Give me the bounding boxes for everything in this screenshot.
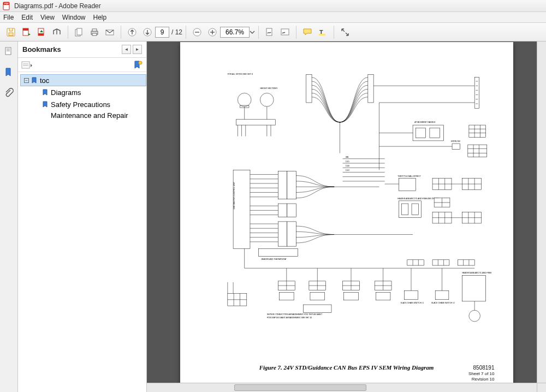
- svg-point-34: [260, 93, 274, 106]
- svg-text:SHOWN CONNECTORS ARRANGEMENT F: SHOWN CONNECTORS ARRANGEMENT FOR TRIPLEX…: [266, 313, 322, 316]
- menu-view[interactable]: View: [40, 14, 55, 21]
- svg-text:FOR SIMPLEX MAST ARRANGEMENT S: FOR SIMPLEX MAST ARRANGEMENT SEE SHT 10: [266, 317, 312, 319]
- email-icon[interactable]: [103, 25, 117, 39]
- svg-text:FOR ALL NOTES SEE SHT 8: FOR ALL NOTES SEE SHT 8: [227, 73, 252, 75]
- document-viewport[interactable]: FOR ALL NOTES SEE SHT 8 HEIGHT ENCODER: [147, 41, 546, 392]
- zoom-dropdown-icon[interactable]: [250, 27, 255, 37]
- svg-text:13-8: 13-8: [345, 165, 349, 167]
- svg-rect-185: [458, 260, 474, 265]
- svg-rect-8: [38, 33, 44, 35]
- pdf-page: FOR ALL NOTES SEE SHT 8 HEIGHT ENCODER: [180, 42, 513, 391]
- convert-icon[interactable]: [19, 25, 33, 39]
- svg-text:HEATER ASM ARCTIC AND FREEZER : HEATER ASM ARCTIC AND FREEZER OPTION: [462, 272, 491, 275]
- svg-text:13-9: 13-9: [345, 169, 349, 171]
- bookmark-safety[interactable]: Safety Precautions: [20, 98, 146, 110]
- svg-text:HEATER AND THERMOSTAT: HEATER AND THERMOSTAT: [261, 258, 287, 260]
- svg-rect-23: [281, 29, 289, 35]
- svg-text:PDF: PDF: [4, 2, 9, 5]
- toolbar: / 12 T: [0, 23, 546, 41]
- svg-rect-158: [303, 305, 331, 312]
- scroll-corner: [537, 383, 546, 392]
- bookmarks-tab-icon[interactable]: [2, 66, 15, 79]
- svg-point-32: [238, 93, 251, 106]
- highlight-icon[interactable]: T: [316, 25, 330, 39]
- svg-rect-167: [376, 292, 390, 300]
- svg-text:THROTTLE HALL EFFECT: THROTTLE HALL EFFECT: [397, 175, 421, 177]
- bookmark-toc[interactable]: − toc: [20, 74, 146, 86]
- svg-text:HORN SW: HORN SW: [450, 140, 460, 142]
- svg-rect-91: [287, 171, 295, 199]
- svg-rect-175: [462, 276, 485, 301]
- svg-rect-179: [407, 260, 424, 265]
- print-icon[interactable]: [87, 25, 102, 39]
- window-title: Diagrams.pdf - Adobe Reader: [14, 2, 101, 10]
- zoom-input[interactable]: [220, 27, 250, 38]
- pages-icon[interactable]: [72, 25, 86, 39]
- export-pdf-icon[interactable]: [34, 25, 49, 39]
- svg-rect-162: [343, 292, 358, 300]
- bookmark-options-icon[interactable]: [21, 61, 33, 69]
- menu-bar: File Edit View Window Help: [0, 12, 546, 23]
- svg-rect-74: [233, 170, 250, 248]
- read-mode-icon[interactable]: [338, 25, 352, 39]
- zoom-out-icon[interactable]: [190, 25, 204, 39]
- bookmark-prev-icon[interactable]: ◄: [122, 45, 131, 54]
- svg-rect-90: [278, 171, 287, 199]
- svg-rect-114: [412, 204, 418, 215]
- svg-rect-6: [23, 28, 28, 31]
- bookmark-icon: [31, 77, 38, 84]
- svg-rect-37: [236, 120, 275, 125]
- horizontal-scrollbar[interactable]: [147, 383, 537, 392]
- bookmarks-panel: Bookmarks ◄ ► − toc Diagrams: [18, 41, 147, 392]
- svg-text:13-5: 13-5: [345, 161, 349, 163]
- svg-rect-169: [404, 290, 418, 299]
- comment-icon[interactable]: [300, 25, 314, 39]
- page-number-input[interactable]: [155, 27, 169, 38]
- svg-text:SLACK CHAIN SWITCH #1: SLACK CHAIN SWITCH #1: [400, 302, 424, 304]
- svg-rect-93: [287, 204, 295, 217]
- menu-help[interactable]: Help: [93, 14, 107, 21]
- svg-rect-25: [319, 34, 325, 35]
- svg-rect-28: [7, 50, 10, 51]
- vertical-scrollbar[interactable]: [537, 41, 546, 383]
- share-icon[interactable]: [50, 25, 64, 39]
- bookmarks-tree: − toc Diagrams Safety Precautions Mainte…: [18, 72, 146, 392]
- page-down-icon[interactable]: [140, 25, 155, 39]
- collapse-icon[interactable]: −: [24, 78, 29, 83]
- bookmark-toc-label: toc: [40, 76, 49, 85]
- menu-file[interactable]: File: [3, 14, 14, 21]
- svg-text:386: 386: [345, 156, 348, 158]
- svg-rect-136: [258, 248, 298, 256]
- svg-rect-95: [287, 222, 295, 246]
- bookmark-safety-label: Safety Precautions: [51, 100, 110, 109]
- thumbnails-tab-icon[interactable]: [2, 45, 15, 58]
- svg-point-30: [139, 61, 142, 64]
- bookmark-safety-line2[interactable]: Maintenance and Repair: [20, 110, 146, 120]
- svg-rect-49: [474, 78, 479, 109]
- bookmarks-title: Bookmarks: [22, 45, 61, 54]
- svg-rect-59: [429, 128, 440, 138]
- svg-rect-172: [435, 290, 449, 299]
- bookmark-icon: [42, 101, 49, 108]
- svg-rect-113: [401, 204, 408, 215]
- svg-rect-58: [416, 128, 426, 138]
- bookmark-new-icon[interactable]: [133, 61, 143, 69]
- attachments-tab-icon[interactable]: [2, 86, 15, 99]
- save-icon[interactable]: [4, 25, 18, 39]
- svg-rect-92: [278, 204, 287, 217]
- svg-text:ATTACHMENT HANDLE: ATTACHMENT HANDLE: [414, 121, 436, 123]
- zoom-in-icon[interactable]: [205, 25, 219, 39]
- menu-edit[interactable]: Edit: [21, 14, 33, 21]
- sign-icon[interactable]: [263, 25, 277, 39]
- bookmark-diagrams[interactable]: Diagrams: [20, 86, 146, 98]
- svg-rect-4: [9, 33, 13, 35]
- menu-window[interactable]: Window: [62, 14, 86, 21]
- fill-sign-icon[interactable]: [278, 25, 292, 39]
- bookmark-next-icon[interactable]: ►: [133, 45, 142, 54]
- svg-rect-27: [7, 49, 10, 50]
- figure-caption: Figure 7. 24V STD/Guidance CAN Bus EPS I…: [180, 364, 513, 371]
- svg-rect-13: [92, 33, 97, 35]
- svg-rect-62: [452, 144, 460, 149]
- page-up-icon[interactable]: [125, 25, 139, 39]
- svg-rect-10: [77, 28, 82, 35]
